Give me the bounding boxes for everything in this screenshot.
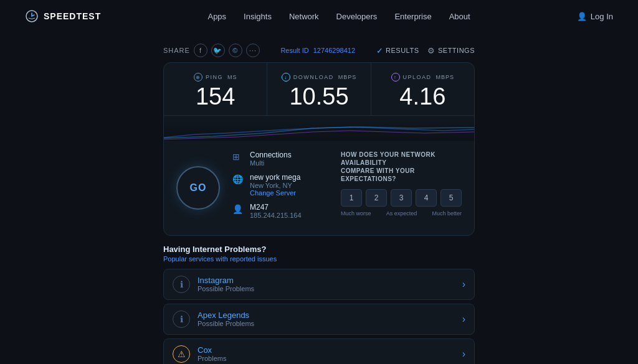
outage-content-cox: Cox Problems [198, 345, 462, 362]
outage-status-cox: Problems [198, 355, 462, 362]
download-metric: ↓ DOWNLOAD Mbps 10.55 [267, 63, 371, 115]
rating-1-button[interactable]: 1 [341, 189, 362, 207]
nav-apps[interactable]: Apps [207, 12, 226, 21]
rating-question: HOW DOES YOUR NETWORK AVAILABILITYCOMPAR… [341, 151, 462, 183]
share-more-button[interactable]: ··· [246, 44, 260, 57]
upload-icon: ↑ [391, 73, 400, 82]
speed-card: ⊕ PING ms 154 ↓ DOWNLOAD Mbps 10.55 ↑ UP… [163, 62, 475, 236]
share-icons: f 🐦 © ··· [194, 44, 260, 57]
settings-button[interactable]: ⚙ SETTINGS [427, 46, 475, 55]
outage-title: Having Internet Problems? [163, 245, 475, 254]
outage-section: Having Internet Problems? Popular servic… [163, 245, 475, 364]
nav-about[interactable]: About [449, 12, 470, 21]
gear-icon: ⚙ [427, 46, 436, 55]
speed-chart [164, 116, 474, 141]
login-button[interactable]: 👤 Log In [577, 12, 613, 21]
outage-item-instagram[interactable]: ℹ Instagram Possible Problems › [163, 269, 475, 300]
upload-value: 4.16 [384, 84, 462, 110]
connections-label: Connections [250, 151, 292, 159]
connections-row: ⊞ Connections Multi [232, 151, 328, 167]
ping-icon: ⊕ [194, 73, 202, 82]
outage-item-cox[interactable]: ⚠ Cox Problems › [163, 338, 475, 364]
go-button[interactable]: GO [176, 166, 220, 210]
results-button[interactable]: ✓ RESULTS [376, 46, 419, 55]
change-server-link[interactable]: Change Server [250, 189, 300, 197]
share-twitter-button[interactable]: 🐦 [211, 44, 225, 57]
share-label: SHARE [163, 47, 190, 54]
nav-links: Apps Insights Network Developers Enterpr… [207, 11, 470, 22]
outage-name-apex: Apex Legends [198, 310, 462, 320]
logo[interactable]: SPEEDTEST [25, 9, 101, 23]
server-location: New York, NY [250, 182, 300, 189]
download-label: ↓ DOWNLOAD Mbps [280, 73, 358, 82]
outage-content-apex: Apex Legends Possible Problems [198, 310, 462, 327]
download-icon: ↓ [282, 73, 290, 82]
rating-label-left: Much worse [341, 210, 371, 217]
nav-developers[interactable]: Developers [336, 12, 378, 21]
rating-label-mid: As expected [386, 210, 417, 217]
share-reddit-button[interactable]: © [229, 44, 242, 57]
rating-labels: Much worse As expected Much better [341, 210, 462, 217]
user-account-icon: 👤 [232, 204, 245, 217]
outage-subtitle: Popular services with reported issues [163, 255, 475, 263]
outage-info-icon-apex: ℹ [173, 310, 190, 328]
outage-status-instagram: Possible Problems [198, 285, 462, 292]
server-row: 🌐 new york mega New York, NY Change Serv… [232, 173, 328, 197]
connections-icon: ⊞ [232, 152, 245, 164]
outage-content-instagram: Instagram Possible Problems [198, 276, 462, 292]
check-icon: ✓ [376, 46, 384, 55]
logo-text: SPEEDTEST [44, 11, 101, 21]
go-button-area: GO [176, 151, 220, 225]
outage-name-instagram: Instagram [198, 276, 462, 285]
server-info: ⊞ Connections Multi 🌐 new york mega New … [232, 151, 328, 225]
rating-4-button[interactable]: 4 [416, 189, 437, 207]
result-id: Result ID 12746298412 [280, 47, 355, 54]
top-bar: SHARE f 🐦 © ··· Result ID 12746298412 ✓ … [163, 44, 475, 57]
bottom-section: GO ⊞ Connections Multi 🌐 new york mega N… [164, 141, 474, 235]
outage-arrow-icon-instagram: › [462, 279, 465, 290]
user-icon: 👤 [577, 12, 587, 21]
outage-warning-icon-cox: ⚠ [173, 345, 190, 363]
rating-2-button[interactable]: 2 [366, 189, 387, 207]
network-rating: HOW DOES YOUR NETWORK AVAILABILITYCOMPAR… [341, 151, 462, 225]
rating-label-right: Much better [432, 210, 462, 217]
ping-metric: ⊕ PING ms 154 [164, 63, 267, 115]
nav-insights[interactable]: Insights [244, 12, 272, 21]
share-group: SHARE f 🐦 © ··· [163, 44, 260, 57]
ping-label: ⊕ PING ms [176, 73, 254, 82]
user-id: M247 [250, 203, 302, 212]
speedtest-logo-icon [25, 9, 39, 23]
nav-network[interactable]: Network [289, 12, 319, 21]
outage-item-apex[interactable]: ℹ Apex Legends Possible Problems › [163, 304, 475, 335]
download-value: 10.55 [280, 84, 358, 110]
server-name: new york mega [250, 173, 300, 182]
outage-status-apex: Possible Problems [198, 320, 462, 327]
connections-value: Multi [250, 159, 292, 167]
nav-enterprise[interactable]: Enterprise [394, 12, 431, 21]
outage-name-cox: Cox [198, 345, 462, 355]
metrics-row: ⊕ PING ms 154 ↓ DOWNLOAD Mbps 10.55 ↑ UP… [164, 63, 474, 116]
rating-3-button[interactable]: 3 [391, 189, 412, 207]
ping-value: 154 [176, 84, 254, 110]
outage-arrow-icon-cox: › [462, 348, 465, 360]
server-icon: 🌐 [232, 174, 245, 187]
share-facebook-button[interactable]: f [194, 44, 207, 57]
results-settings: ✓ RESULTS ⚙ SETTINGS [376, 46, 475, 55]
navbar: SPEEDTEST Apps Insights Network Develope… [0, 0, 638, 32]
outage-arrow-icon-apex: › [462, 314, 465, 325]
upload-label: ↑ UPLOAD Mbps [384, 73, 462, 82]
user-ip: 185.244.215.164 [250, 212, 302, 219]
outage-info-icon-instagram: ℹ [173, 276, 190, 293]
user-row: 👤 M247 185.244.215.164 [232, 203, 328, 219]
rating-5-button[interactable]: 5 [440, 189, 462, 207]
rating-buttons: 1 2 3 4 5 [341, 189, 462, 207]
main-content: SHARE f 🐦 © ··· Result ID 12746298412 ✓ … [0, 32, 638, 364]
upload-metric: ↑ UPLOAD Mbps 4.16 [371, 63, 474, 115]
